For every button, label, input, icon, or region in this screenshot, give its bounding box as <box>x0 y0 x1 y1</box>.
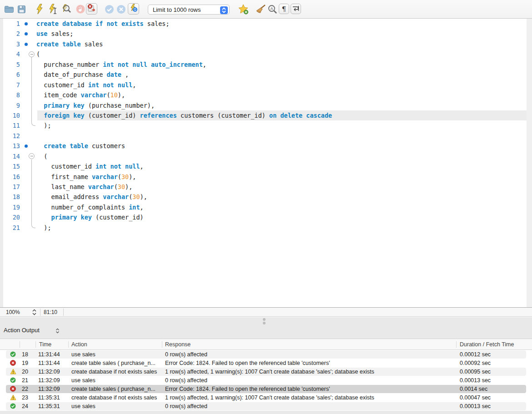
table-row[interactable]: 2111:32:09use sales0 row(s) affected0.00… <box>0 376 532 384</box>
line-number: 11 <box>0 120 20 130</box>
line-number: 10 <box>0 110 20 120</box>
code-text: foreign key (customer_id) references cus… <box>36 110 332 120</box>
dropdown-stepper-icon <box>220 6 228 14</box>
column-header-action[interactable]: Action <box>71 341 87 348</box>
action-output-table: Time Action Response Duration / Fetch Ti… <box>0 339 532 414</box>
code-line[interactable]: 12 <box>0 131 532 141</box>
row-duration: 0.00047 sec <box>460 394 491 401</box>
column-header-response[interactable]: Response <box>165 341 191 348</box>
sql-editor[interactable]: 1create database if not exists sales;2us… <box>0 19 532 307</box>
row-action: create database if not exists sales <box>71 369 157 375</box>
code-line[interactable]: 6 date_of_purchase date , <box>0 70 532 80</box>
table-body: 1811:31:44use sales0 row(s) affected0.00… <box>0 350 532 410</box>
wrap-text-button[interactable] <box>291 4 301 14</box>
line-number: 9 <box>0 100 20 110</box>
line-number: 6 <box>0 70 20 80</box>
zoom-stepper-icon[interactable] <box>32 309 37 317</box>
success-status-icon <box>10 351 16 359</box>
commit-check-icon <box>105 5 114 16</box>
splitter-handle[interactable] <box>263 318 266 325</box>
find-button[interactable]: A <box>268 5 277 16</box>
magnifier-lightning-icon <box>61 4 72 16</box>
svg-text:A: A <box>271 6 273 11</box>
row-duration: 0.00013 sec <box>460 403 491 409</box>
line-number: 19 <box>0 202 20 212</box>
warning-status-icon <box>10 369 16 376</box>
execute-statement-button[interactable] <box>48 4 57 16</box>
table-row[interactable]: 1911:31:44create table sales ( purchase_… <box>0 359 532 367</box>
commit-button[interactable] <box>105 5 114 16</box>
code-area[interactable]: 1create database if not exists sales;2us… <box>0 19 532 233</box>
code-line[interactable]: 18 email_address varchar(30), <box>0 192 532 202</box>
code-line[interactable]: 3create table sales <box>0 39 532 49</box>
column-header-time[interactable]: Time <box>39 341 51 348</box>
row-index: 19 <box>22 360 28 366</box>
row-response: 1 row(s) affected, 1 warning(s): 1007 Ca… <box>165 394 374 401</box>
statement-marker-icon <box>25 43 28 46</box>
code-line[interactable]: 10 foreign key (customer_id) references … <box>0 110 532 120</box>
table-row[interactable]: 2211:32:09create table sales ( purchase_… <box>0 384 532 393</box>
table-row[interactable]: 2311:35:31create database if not exists … <box>0 393 532 402</box>
code-line[interactable]: 11 ); <box>0 120 532 130</box>
status-separator <box>63 309 64 316</box>
code-line[interactable]: 13 create table customers <box>0 141 532 151</box>
column-header-duration[interactable]: Duration / Fetch Time <box>460 341 514 348</box>
error-status-icon <box>10 386 16 393</box>
table-row[interactable]: 2011:32:09create database if not exists … <box>0 367 532 376</box>
code-line[interactable]: 14 ( <box>0 151 532 161</box>
row-action: use sales <box>71 377 95 384</box>
row-index: 23 <box>22 394 28 401</box>
rollback-button[interactable] <box>116 5 126 16</box>
toggle-stop-on-error-button[interactable] <box>86 3 97 15</box>
code-line[interactable]: 19 number_of_complaints int, <box>0 202 532 212</box>
output-selector-stepper-icon[interactable] <box>55 327 60 335</box>
row-duration: 0.00013 sec <box>460 377 491 384</box>
mysql-workbench-window: Limit to 1000 rows A ¶ <box>0 0 532 414</box>
row-response: 1 row(s) affected, 1 warning(s): 1007 Ca… <box>165 369 374 375</box>
output-selector-label[interactable]: Action Output <box>4 327 40 334</box>
code-line[interactable]: 21 ); <box>0 223 532 233</box>
row-index: 21 <box>22 377 28 384</box>
table-header-row: Time Action Response Duration / Fetch Ti… <box>0 339 532 350</box>
fold-collapse-icon[interactable] <box>29 51 35 57</box>
code-line[interactable]: 7 customer_id int not null, <box>0 80 532 90</box>
magnifier-a-icon: A <box>268 5 277 16</box>
lightning-bolt-icon <box>35 4 44 16</box>
save-script-button[interactable] <box>17 5 26 15</box>
code-line[interactable]: 15 customer_id int not null, <box>0 161 532 171</box>
code-line[interactable]: 8 item_code varchar(10), <box>0 90 532 100</box>
rollback-x-icon <box>116 5 126 16</box>
code-line[interactable]: 1create database if not exists sales; <box>0 19 532 29</box>
autocommit-toggle-button[interactable] <box>128 3 139 15</box>
open-file-button[interactable] <box>4 5 14 15</box>
table-row[interactable]: 1811:31:44use sales0 row(s) affected0.00… <box>0 350 532 359</box>
row-time: 11:32:09 <box>38 369 60 375</box>
error-status-icon <box>10 360 16 367</box>
stop-execution-button[interactable] <box>75 4 85 16</box>
code-text: ); <box>36 223 51 233</box>
save-snippet-button[interactable] <box>238 4 249 16</box>
fold-guide-customers-block <box>31 160 35 228</box>
stop-hand-icon <box>75 4 85 16</box>
execute-script-button[interactable] <box>35 4 44 16</box>
beautify-script-button[interactable] <box>256 5 266 16</box>
fold-collapse-icon[interactable] <box>29 153 35 159</box>
code-line[interactable]: 9 primary key (purchase_number), <box>0 100 532 110</box>
code-line[interactable]: 2use sales; <box>0 29 532 39</box>
code-text: last_name varchar(30), <box>36 182 132 192</box>
code-line[interactable]: 4( <box>0 49 532 59</box>
line-number: 21 <box>0 223 20 233</box>
code-line[interactable]: 17 last_name varchar(30), <box>0 182 532 192</box>
code-line[interactable]: 5 purchase_number int not null auto_incr… <box>0 60 532 70</box>
line-number: 12 <box>0 131 20 141</box>
show-invisibles-button[interactable]: ¶ <box>279 4 289 14</box>
row-action: use sales <box>71 403 95 409</box>
code-line[interactable]: 20 primary key (customer_id) <box>0 212 532 222</box>
code-text: email_address varchar(30), <box>36 192 147 202</box>
zoom-level[interactable]: 100% <box>6 309 20 315</box>
limit-rows-dropdown[interactable]: Limit to 1000 rows <box>148 5 230 15</box>
pilcrow-icon: ¶ <box>282 5 286 13</box>
table-row[interactable]: 2411:35:31use sales0 row(s) affected0.00… <box>0 402 532 410</box>
explain-plan-button[interactable] <box>61 4 72 16</box>
code-line[interactable]: 16 first_name varchar(30), <box>0 172 532 182</box>
